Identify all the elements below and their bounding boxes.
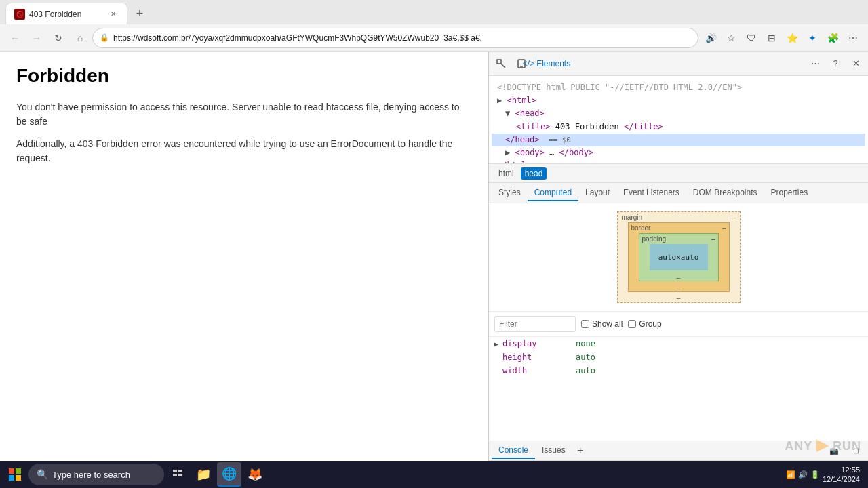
tab-console[interactable]: Console (492, 443, 535, 459)
filter-input[interactable] (494, 316, 576, 332)
taskbar: 🔍 Type here to search 📁 🌐 🦊 📶 🔊 🔋 12:55 … (0, 461, 868, 488)
tab-title: 403 Forbidden (29, 9, 104, 19)
breadcrumb-html[interactable]: html (494, 167, 518, 180)
devtools-toolbar: </> Elements ⋯ ? ✕ (489, 52, 868, 76)
devtools-bottom-tabs: Console Issues + 📷 ⊡ (489, 441, 868, 461)
padding-label: padding (642, 235, 667, 243)
tab-favicon: 🚫 (14, 9, 25, 20)
arrow-body[interactable]: ▶ (505, 148, 510, 157)
paragraph-2: Additionally, a 403 Forbidden error was … (16, 137, 472, 165)
body-dots: … (549, 148, 559, 157)
svg-rect-5 (16, 468, 21, 474)
elements-tab-btn[interactable]: </> Elements (537, 54, 556, 73)
show-all-label[interactable]: Show all (581, 319, 623, 329)
taskbar-explorer-button[interactable]: 📁 (191, 462, 216, 487)
elements-label: Elements (536, 59, 570, 68)
group-checkbox[interactable] (628, 320, 636, 328)
content-box: auto×auto (650, 244, 708, 270)
tab-strip: 🚫 403 Forbidden ✕ + (0, 0, 868, 24)
taskbar-search[interactable]: 🔍 Type here to search (28, 464, 164, 485)
firefox-icon: 🦊 (248, 467, 262, 482)
dom-line-html[interactable]: ▶ <html> (492, 94, 865, 107)
browser-window: 🚫 403 Forbidden ✕ + ← → ↻ ⌂ 🔒 https://wd… (0, 0, 868, 488)
new-tab-button[interactable]: + (130, 4, 149, 23)
dom-line-head-close[interactable]: </head> == $0 (492, 134, 865, 146)
prop-row-display[interactable]: ▶ display none (489, 337, 868, 350)
group-label[interactable]: Group (628, 319, 661, 329)
devtools-separator-2 (559, 57, 559, 70)
devtools-close-button[interactable]: ✕ (846, 54, 865, 73)
border-value: – (722, 224, 726, 232)
date-display: 12/14/2024 (823, 474, 860, 484)
styles-tab-strip: Styles Computed Layout Event Listeners D… (489, 183, 868, 203)
copilot-button[interactable]: ✦ (803, 28, 822, 47)
tab-issues[interactable]: Issues (535, 443, 572, 459)
tab-layout[interactable]: Layout (578, 185, 616, 201)
svg-rect-10 (173, 474, 177, 476)
body-tag-close: </body> (559, 148, 594, 157)
box-bottom-1: – (677, 274, 681, 281)
breadcrumb-head-label: head (525, 169, 543, 178)
dom-line-body[interactable]: ▶ <body> … </body> (492, 146, 865, 159)
address-bar[interactable]: 🔒 https://wdsoft.com.br/7yoya/xqf2dmmudp… (92, 28, 698, 48)
prop-row-height[interactable]: height auto (489, 350, 868, 364)
dom-line-title[interactable]: <title> 403 Forbidden </title> (492, 121, 865, 134)
active-tab[interactable]: 🚫 403 Forbidden ✕ (5, 3, 127, 24)
inspect-element-button[interactable] (492, 54, 511, 73)
prop-row-width[interactable]: width auto (489, 364, 868, 378)
extensions-button[interactable]: 🧩 (823, 28, 842, 47)
taskbar-firefox-button[interactable]: 🦊 (243, 462, 267, 487)
time-display: 12:55 (823, 465, 860, 474)
refresh-button[interactable]: ↻ (49, 28, 68, 47)
doctype-text: <!DOCTYPE html PUBLIC "-//IETF//DTD HTML… (497, 83, 742, 92)
tab-event-listeners[interactable]: Event Listeners (616, 185, 686, 201)
devtools-more-button[interactable]: ⋯ (806, 54, 825, 73)
breadcrumb-html-label: html (498, 169, 514, 178)
devtools-help-button[interactable]: ? (826, 54, 845, 73)
wifi-icon: 📶 (786, 470, 795, 479)
dom-line-head-open[interactable]: ▼ <head> (492, 107, 865, 120)
tab-computed[interactable]: Computed (528, 185, 578, 201)
taskbar-edge-button[interactable]: 🌐 (217, 462, 241, 487)
dom-line-html-close[interactable]: </html> (492, 159, 865, 164)
page-title: Forbidden (16, 65, 472, 87)
page-content: Forbidden You don't have permission to a… (0, 52, 488, 461)
collections-button[interactable]: ⭐ (783, 28, 802, 47)
tab-close-icon[interactable]: ✕ (108, 9, 119, 20)
home-button[interactable]: ⌂ (71, 28, 90, 47)
more-button[interactable]: ⋯ (844, 28, 863, 47)
svg-rect-9 (178, 470, 182, 472)
svg-rect-6 (9, 475, 14, 481)
title-tag-open: <title> (516, 122, 551, 131)
screenshot-button[interactable]: 📷 (825, 441, 844, 460)
split-screen-button[interactable]: ⊟ (762, 28, 781, 47)
svg-rect-11 (178, 474, 182, 476)
taskbar-right: 📶 🔊 🔋 12:55 12/14/2024 (786, 465, 865, 485)
browser-essentials-button[interactable]: 🛡 (742, 28, 761, 47)
devtools-bottom-right-icons: 📷 ⊡ (825, 441, 865, 460)
arrow-head[interactable]: ▼ (505, 108, 510, 118)
show-all-checkbox[interactable] (581, 320, 589, 328)
back-button[interactable]: ← (5, 28, 24, 47)
clock-display[interactable]: 12:55 12/14/2024 (823, 465, 860, 485)
browser-toolbar: ← → ↻ ⌂ 🔒 https://wdsoft.com.br/7yoya/xq… (0, 24, 868, 52)
arrow-html[interactable]: ▶ (497, 96, 502, 105)
tab-properties[interactable]: Properties (764, 185, 815, 201)
prop-value-display: none (576, 339, 595, 348)
dom-tree: <!DOCTYPE html PUBLIC "-//IETF//DTD HTML… (489, 76, 868, 164)
start-button[interactable] (3, 462, 27, 487)
tab-styles[interactable]: Styles (492, 185, 528, 201)
tab-dom-breakpoints[interactable]: DOM Breakpoints (686, 185, 764, 201)
prop-name-height: height (502, 352, 570, 362)
breadcrumb-head[interactable]: head (521, 167, 547, 180)
svg-rect-7 (16, 475, 21, 481)
task-view-button[interactable] (165, 462, 190, 487)
read-aloud-button[interactable]: 🔊 (701, 28, 720, 47)
prop-arrow-display[interactable]: ▶ (494, 340, 502, 348)
add-tab-button[interactable]: + (572, 443, 589, 459)
fullscreen-button[interactable]: ⊡ (846, 441, 865, 460)
forward-button[interactable]: → (27, 28, 46, 47)
favorites-button[interactable]: ☆ (722, 28, 741, 47)
svg-line-1 (501, 64, 505, 68)
elements-icon: </> (523, 59, 534, 68)
